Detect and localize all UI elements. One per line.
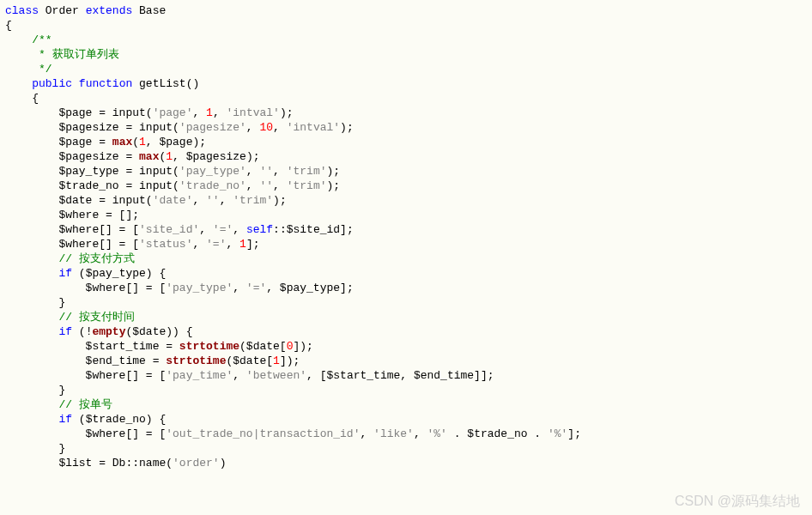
code-line: $where[] = ['out_trade_no|transaction_id… xyxy=(0,427,812,441)
code-line: $pay_type = input('pay_type', '', 'trim'… xyxy=(0,164,812,179)
keyword-if: if xyxy=(58,267,72,280)
builtin-max: max xyxy=(112,136,132,148)
builtin-strtotime: strtotime xyxy=(179,340,239,353)
keyword-extends: extends xyxy=(86,4,133,17)
code-line: public function getList() xyxy=(0,76,812,91)
code-line: $trade_no = input('trade_no', '', 'trim'… xyxy=(0,179,812,193)
code-line: /** xyxy=(0,33,812,47)
code-line: $where[] = ['pay_time', 'between', [$sta… xyxy=(0,368,812,383)
code-line: $date = input('date', '', 'trim'); xyxy=(0,193,812,208)
code-line: // 按支付时间 xyxy=(0,310,812,324)
keyword-if: if xyxy=(58,325,72,338)
code-line: // 按单号 xyxy=(0,397,812,412)
builtin-empty: empty xyxy=(92,325,125,338)
code-line: $pagesize = max(1, $pagesize); xyxy=(0,149,812,164)
keyword-public: public xyxy=(32,77,72,90)
code-line: */ xyxy=(0,62,812,76)
code-line: class Order extends Base xyxy=(0,3,812,18)
code-line: $where = []; xyxy=(0,208,812,222)
code-line: // 按支付方式 xyxy=(0,251,812,266)
code-line: if (!empty($date)) { xyxy=(0,324,812,339)
code-line: $pagesize = input('pagesize', 10, 'intva… xyxy=(0,120,812,135)
code-line: { xyxy=(0,18,812,33)
code-line: $where[] = ['pay_type', '=', $pay_type]; xyxy=(0,281,812,295)
code-line: } xyxy=(0,383,812,397)
code-line: if ($trade_no) { xyxy=(0,412,812,427)
keyword-self: self xyxy=(246,223,273,236)
code-line: $page = input('page', 1, 'intval'); xyxy=(0,106,812,120)
code-editor: class Order extends Base { /** * 获取订单列表 … xyxy=(0,0,812,470)
code-line: $page = max(1, $page); xyxy=(0,135,812,149)
code-line: { xyxy=(0,91,812,106)
code-line: $where[] = ['status', '=', 1]; xyxy=(0,237,812,251)
keyword-class: class xyxy=(5,4,39,17)
code-line: * 获取订单列表 xyxy=(0,47,812,62)
keyword-function: function xyxy=(79,77,132,90)
keyword-if: if xyxy=(58,413,72,426)
code-line: $list = Db::name('order') xyxy=(0,456,812,470)
code-line: $where[] = ['site_id', '=', self::$site_… xyxy=(0,222,812,237)
code-line: $end_time = strtotime($date[1]); xyxy=(0,354,812,368)
code-line: } xyxy=(0,295,812,310)
code-line: $start_time = strtotime($date[0]); xyxy=(0,339,812,354)
builtin-strtotime: strtotime xyxy=(166,354,226,367)
watermark: CSDN @源码集结地 xyxy=(675,494,800,508)
code-line: } xyxy=(0,441,812,456)
code-line: if ($pay_type) { xyxy=(0,266,812,281)
builtin-max: max xyxy=(139,150,159,163)
